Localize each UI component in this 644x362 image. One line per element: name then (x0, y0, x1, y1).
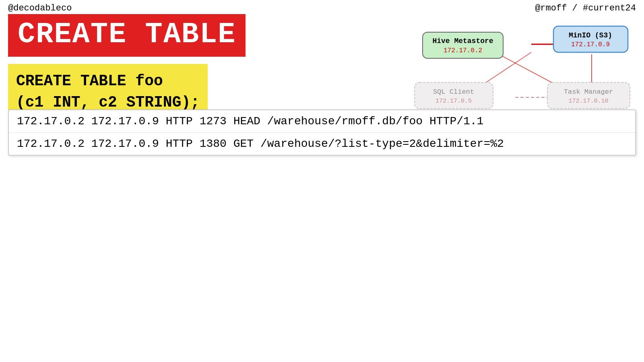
svg-text:172.17.0.9: 172.17.0.9 (571, 41, 610, 48)
svg-text:MinIO (S3): MinIO (S3) (569, 31, 612, 39)
svg-rect-5 (423, 32, 503, 58)
svg-text:172.17.0.5: 172.17.0.5 (436, 98, 472, 105)
svg-text:Task Manager: Task Manager (564, 88, 613, 96)
create-table-banner: CREATE TABLE (8, 14, 246, 57)
svg-line-0 (495, 52, 555, 84)
svg-text:SQL Client: SQL Client (433, 88, 474, 96)
banner-label: CREATE TABLE (18, 18, 236, 51)
header-right-handle: @rmoff / #current24 (535, 3, 636, 13)
left-section: CREATE TABLE CREATE TABLE foo (c1 INT, c… (8, 14, 258, 120)
log-section: 172.17.0.2 172.17.0.9 HTTP 1273 HEAD /wa… (8, 109, 636, 156)
svg-text:Hive Metastore: Hive Metastore (432, 37, 493, 45)
log-line-2: 172.17.0.2 172.17.0.9 HTTP 1380 GET /war… (9, 133, 635, 155)
log-line-1: 172.17.0.2 172.17.0.9 HTTP 1273 HEAD /wa… (9, 110, 635, 133)
svg-text:172.17.0.10: 172.17.0.10 (568, 98, 608, 105)
header-left-handle: @decodableco (8, 3, 72, 13)
sql-code: CREATE TABLE foo (c1 INT, c2 STRING); (16, 70, 200, 113)
svg-text:172.17.0.2: 172.17.0.2 (444, 47, 482, 54)
